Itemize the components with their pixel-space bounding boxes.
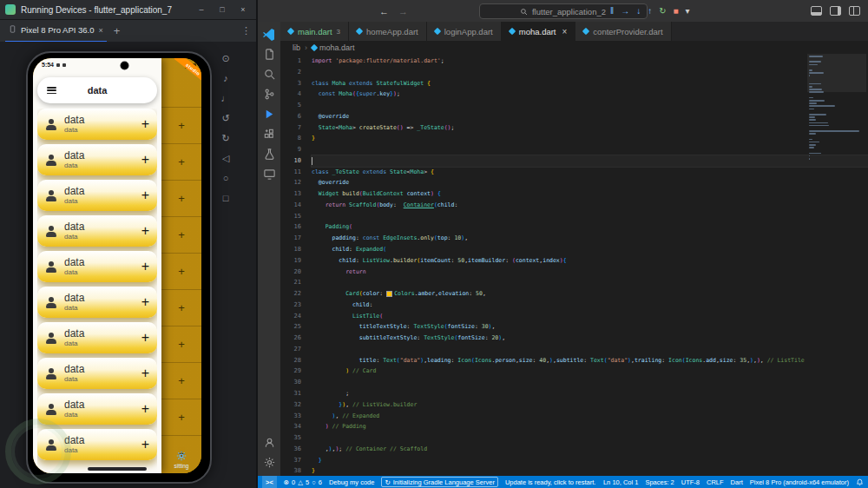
code-line[interactable]: } [312,465,868,476]
power-icon[interactable]: ⊙ [221,54,229,63]
code-line[interactable] [312,155,868,167]
settings-icon[interactable] [258,452,280,472]
code-line[interactable]: return Scaffold(body: Container(child: [312,200,868,211]
explorer-icon[interactable] [258,44,280,64]
settings-nav-item[interactable]: sitting [161,450,201,469]
status-item[interactable]: Dart [731,478,743,486]
list-card[interactable]: datadata+ [37,215,157,247]
account-icon[interactable] [258,432,280,452]
code-line[interactable] [312,67,868,78]
code-line[interactable]: title: Text("data"),leading: Icon(Icons.… [312,355,868,366]
add-icon[interactable]: + [178,228,185,241]
source-control-icon[interactable] [258,84,280,104]
add-icon[interactable]: + [178,192,185,205]
volume-up-icon[interactable]: ♪ [223,74,228,83]
code-content[interactable]: import 'package:flutter/material.dart';c… [312,56,868,476]
add-icon[interactable]: + [141,188,149,203]
more-options-icon[interactable]: ⋮ [241,25,251,36]
volume-down-icon[interactable]: ♩ [221,94,231,103]
add-icon[interactable]: + [141,152,149,168]
new-tab-button[interactable]: + [114,24,121,37]
tab-conterProvider.dart[interactable]: conterProvider.dart [575,22,671,41]
code-line[interactable] [312,432,868,444]
status-item[interactable]: Spaces: 2 [645,478,674,486]
close-tab-icon[interactable]: × [99,26,103,35]
code-line[interactable]: Padding( [312,221,868,233]
list-card[interactable]: datadata+ [37,358,157,389]
add-icon[interactable]: + [141,330,149,346]
minimap[interactable] [809,56,866,161]
step-out-icon[interactable]: ↑ [648,7,652,16]
code-line[interactable]: ) // Card [312,366,868,377]
code-editor[interactable]: 1234567891011121314151617181920212223242… [280,54,868,476]
code-line[interactable]: return [312,267,868,278]
code-line[interactable]: padding: const EdgeInsets.only(top: 10), [312,233,868,244]
restart-icon[interactable]: ↻ [659,7,666,16]
home-icon[interactable]: ○ [223,174,229,183]
add-icon[interactable]: + [141,401,149,417]
remote-explorer-icon[interactable] [258,164,280,184]
rotate-left-icon[interactable]: ↺ [221,114,229,123]
code-line[interactable]: } [312,133,868,144]
list-card[interactable]: datadata+ [37,109,157,140]
status-message[interactable]: Update is ready, click to restart. [505,478,595,486]
code-line[interactable]: } [312,455,868,466]
maximize-icon[interactable]: □ [214,3,230,16]
search-icon[interactable] [258,64,280,84]
code-line[interactable]: Card(color: Colors.amber,elevation: 50, [312,288,868,300]
overview-icon[interactable]: □ [223,194,229,203]
add-icon[interactable]: + [178,265,185,278]
code-line[interactable] [312,144,868,155]
code-line[interactable]: subtitleTextStyle: TextStyle(fontSize: 2… [312,333,868,344]
code-line[interactable] [312,377,868,388]
code-line[interactable] [312,211,868,222]
add-icon[interactable]: + [178,119,185,132]
breadcrumb-item[interactable]: moha.dart [312,43,355,52]
add-icon[interactable]: + [141,259,149,274]
code-line[interactable]: child: Expanded( [312,244,868,255]
add-icon[interactable]: + [178,301,185,314]
add-icon[interactable]: + [178,374,185,387]
add-icon[interactable]: + [178,411,185,424]
code-line[interactable]: ), // Expanded [312,411,868,422]
toggle-panel-icon[interactable] [811,6,822,16]
code-line[interactable]: ListTile( [312,311,868,322]
tab-homeApp.dart[interactable]: homeApp.dart [349,22,427,41]
list-card[interactable]: datadata+ [37,393,157,425]
code-line[interactable]: const Moha({super.key}); [312,89,868,100]
code-line[interactable]: @override [312,177,868,188]
code-line[interactable]: class Moha extends StatefulWidget { [312,78,868,89]
extensions-icon[interactable] [258,124,280,144]
code-line[interactable]: @override [312,111,868,122]
list-card[interactable]: datadata+ [37,180,157,211]
list-card[interactable]: datadata+ [37,144,157,175]
back-icon[interactable]: ← [379,6,389,16]
device-screen[interactable]: ++++++++++ sitting 5:54 [33,58,201,473]
code-line[interactable] [312,277,868,288]
status-item[interactable]: Ln 10, Col 1 [603,478,638,486]
step-over-icon[interactable]: → [621,7,629,16]
customize-layout-icon[interactable] [849,6,860,16]
breadcrumb-item[interactable]: lib [293,43,300,52]
device-tab[interactable]: Pixel 8 Pro API 36.0 × [5,19,107,43]
tab-main.dart[interactable]: main.dart3 [280,22,349,41]
code-line[interactable] [312,344,868,355]
add-icon[interactable]: + [141,116,149,132]
code-line[interactable]: child: [312,300,868,311]
line-number-gutter[interactable]: 1234567891011121314151617181920212223242… [280,56,301,476]
add-icon[interactable]: + [178,155,185,168]
list-card[interactable]: datadata+ [37,251,157,282]
code-line[interactable]: }), // ListView.builder [312,399,868,411]
list-card[interactable]: datadata+ [37,287,157,318]
gesture-nav-bar[interactable] [88,467,147,471]
close-icon[interactable]: × [235,3,251,16]
minimize-icon[interactable]: – [194,3,209,16]
bell-icon[interactable] [856,478,864,486]
add-icon[interactable]: + [141,437,149,452]
code-line[interactable]: class _TeState extends State<Moha> { [312,167,868,178]
code-line[interactable]: import 'package:flutter/material.dart'; [312,56,868,67]
back-icon[interactable]: ◁ [222,154,229,163]
add-icon[interactable]: + [141,294,149,310]
rotate-right-icon[interactable]: ↻ [221,134,229,143]
add-icon[interactable]: + [178,338,185,351]
